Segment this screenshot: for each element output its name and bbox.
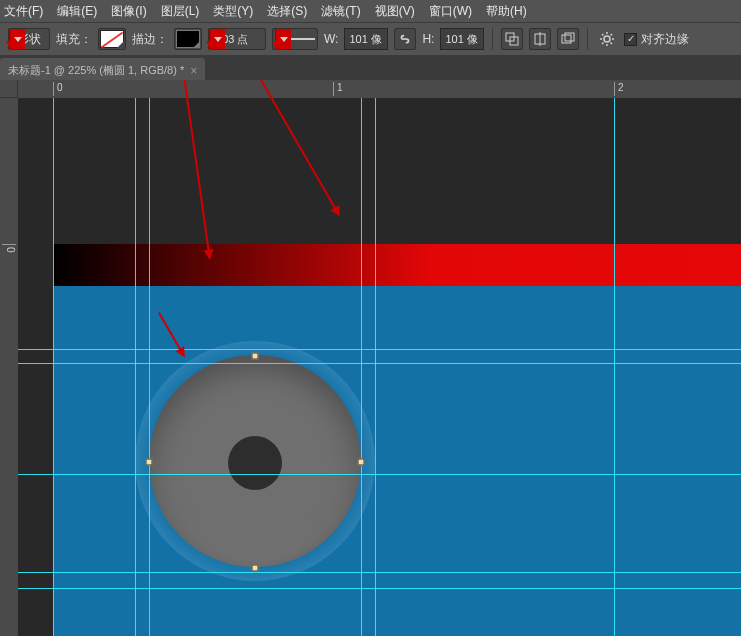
align-icon <box>533 32 547 46</box>
path-anchor-right[interactable] <box>358 459 365 466</box>
menu-file[interactable]: 文件(F) <box>4 3 43 20</box>
link-icon <box>398 32 412 46</box>
menu-edit[interactable]: 编辑(E) <box>57 3 97 20</box>
fill-swatch-none[interactable] <box>98 28 126 50</box>
ruler-horizontal[interactable]: 0 1 2 <box>18 80 741 98</box>
ruler-tick: 0 <box>53 82 63 96</box>
document-tab-row: 未标题-1 @ 225% (椭圆 1, RGB/8) * × <box>0 56 741 80</box>
guide-horizontal[interactable] <box>18 474 741 475</box>
chevron-down-icon <box>209 29 225 49</box>
stroke-swatch-black[interactable] <box>174 28 202 50</box>
document-tab[interactable]: 未标题-1 @ 225% (椭圆 1, RGB/8) * × <box>0 58 205 80</box>
path-combine-button[interactable] <box>501 28 523 50</box>
ruler-tick: 0 <box>2 244 16 253</box>
gear-icon <box>599 31 615 47</box>
guide-vertical[interactable] <box>375 98 376 636</box>
combine-icon <box>505 32 519 46</box>
menu-window[interactable]: 窗口(W) <box>429 3 472 20</box>
close-icon[interactable]: × <box>190 64 197 78</box>
fill-label: 填充： <box>56 31 92 48</box>
guide-vertical[interactable] <box>361 98 362 636</box>
arrange-icon <box>561 32 575 46</box>
path-arrange-button[interactable] <box>557 28 579 50</box>
guide-horizontal[interactable] <box>18 572 741 573</box>
chevron-down-icon <box>9 29 25 49</box>
ruler-origin[interactable] <box>0 80 18 98</box>
guide-vertical[interactable] <box>149 98 150 636</box>
separator <box>587 28 588 50</box>
align-edges-checkbox[interactable]: ✓ 对齐边缘 <box>624 31 689 48</box>
guide-horizontal[interactable] <box>18 349 741 350</box>
ruler-vertical[interactable]: 0 <box>0 98 18 636</box>
svg-rect-6 <box>565 33 574 41</box>
workspace: 0 1 2 0 <box>0 80 741 636</box>
chevron-down-icon <box>275 29 291 49</box>
no-fill-icon <box>100 30 124 48</box>
guide-vertical[interactable] <box>53 98 54 636</box>
svg-line-12 <box>602 34 604 36</box>
menu-view[interactable]: 视图(V) <box>375 3 415 20</box>
canvas[interactable] <box>18 98 741 636</box>
svg-line-15 <box>611 34 613 36</box>
guide-horizontal[interactable] <box>18 588 741 589</box>
stroke-width-field[interactable] <box>208 28 266 50</box>
options-bar: 形状 填充： 描边： W: H: <box>0 22 741 56</box>
svg-line-14 <box>602 43 604 45</box>
svg-rect-5 <box>562 35 571 43</box>
align-edges-label: 对齐边缘 <box>641 31 689 48</box>
guide-vertical[interactable] <box>135 98 136 636</box>
path-anchor-top[interactable] <box>252 353 259 360</box>
menu-bar: 文件(F) 编辑(E) 图像(I) 图层(L) 类型(Y) 选择(S) 滤镜(T… <box>0 0 741 22</box>
menu-help[interactable]: 帮助(H) <box>486 3 527 20</box>
checkbox-icon: ✓ <box>624 33 637 46</box>
separator <box>492 28 493 50</box>
guide-horizontal[interactable] <box>18 363 741 364</box>
path-anchor-left[interactable] <box>146 459 153 466</box>
ruler-tick: 2 <box>614 82 624 96</box>
menu-layer[interactable]: 图层(L) <box>161 3 200 20</box>
tool-settings-button[interactable] <box>596 28 618 50</box>
path-align-button[interactable] <box>529 28 551 50</box>
link-wh-button[interactable] <box>394 28 416 50</box>
ellipse-center <box>228 436 282 490</box>
ruler-tick: 1 <box>333 82 343 96</box>
width-input[interactable] <box>344 28 388 50</box>
stroke-style-dropdown[interactable] <box>272 28 318 50</box>
menu-filter[interactable]: 滤镜(T) <box>321 3 360 20</box>
document-tab-title: 未标题-1 @ 225% (椭圆 1, RGB/8) * <box>8 63 184 78</box>
stroke-color-icon <box>176 30 200 48</box>
svg-rect-0 <box>405 38 407 40</box>
artwork <box>18 98 741 636</box>
stroke-label: 描边： <box>132 31 168 48</box>
width-label: W: <box>324 32 338 46</box>
menu-image[interactable]: 图像(I) <box>111 3 146 20</box>
menu-select[interactable]: 选择(S) <box>267 3 307 20</box>
gradient-strip <box>53 244 741 286</box>
menu-type[interactable]: 类型(Y) <box>213 3 253 20</box>
guide-vertical[interactable] <box>614 98 615 636</box>
svg-line-13 <box>611 43 613 45</box>
shape-mode-dropdown[interactable]: 形状 <box>8 28 50 50</box>
height-input[interactable] <box>440 28 484 50</box>
svg-point-7 <box>604 36 610 42</box>
height-label: H: <box>422 32 434 46</box>
path-anchor-bottom[interactable] <box>252 565 259 572</box>
